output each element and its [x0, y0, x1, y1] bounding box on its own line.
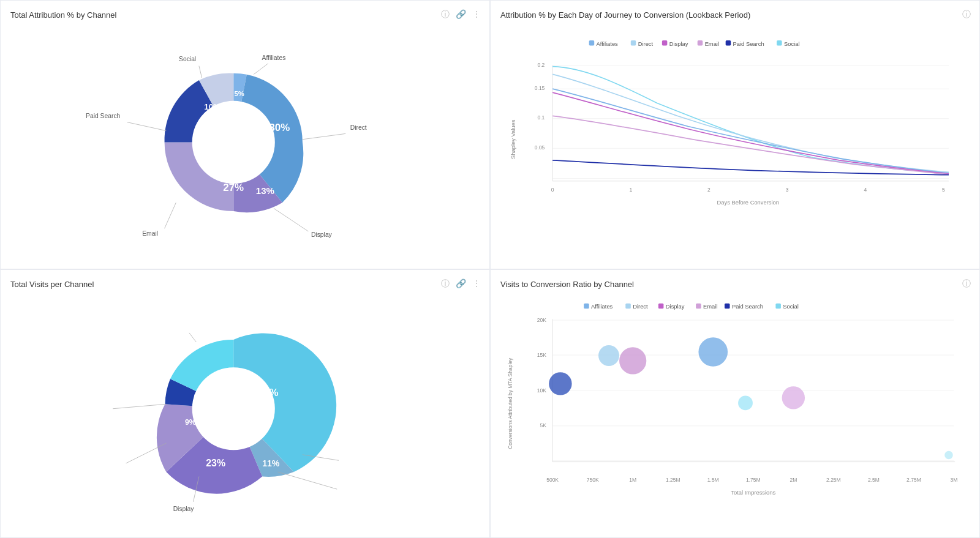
panel-icons-br: ⓘ	[962, 278, 971, 290]
by-5k: 5K	[540, 422, 546, 428]
panel-icons-bl: ⓘ 🔗 ⋮	[441, 278, 481, 290]
vext-display: Display	[173, 505, 195, 512]
x-axis-title: Days Before Conversion	[717, 200, 779, 206]
more-icon[interactable]: ⋮	[472, 9, 481, 20]
label-email: 27%	[223, 182, 244, 193]
legend-display-rect	[662, 40, 668, 46]
line-chart-area: Affiliates Direct Display Email Paid Sea…	[500, 24, 970, 255]
more-icon-bl[interactable]: ⋮	[472, 278, 481, 290]
attribution-donut-area: 30% 16% 27% 13% 5% 10% Affiliates Direct…	[10, 24, 480, 255]
ext-label-direct: Direct	[350, 124, 367, 131]
vlabel-paid: 6%	[194, 392, 204, 399]
svg-line-2	[274, 208, 308, 231]
svg-line-5	[199, 66, 202, 78]
vlabel-direct: 11%	[262, 458, 280, 468]
svg-rect-22	[696, 303, 701, 308]
x-label-1: 1	[629, 187, 632, 193]
ext-label-affiliates: Affiliates	[262, 54, 286, 61]
bx-500k: 500K	[546, 476, 559, 482]
line-paid-search	[552, 160, 949, 175]
x-label-2: 2	[707, 187, 710, 193]
svg-line-4	[127, 122, 167, 131]
bx-2.5m: 2.5M	[868, 476, 880, 482]
legend-social-label: Social	[784, 41, 800, 47]
x-label-3: 3	[786, 187, 789, 193]
bleg-affiliates: Affiliates	[591, 304, 613, 310]
panel-icons-tr: ⓘ	[962, 9, 971, 20]
ext-label-email: Email	[142, 230, 158, 237]
svg-line-1	[303, 133, 345, 139]
legend-display-label: Display	[669, 41, 688, 47]
info-icon[interactable]: ⓘ	[441, 9, 450, 20]
y-label-0.1: 0.1	[538, 114, 545, 121]
panel-title-conversion: Visits to Conversion Ratio by Channel	[500, 280, 970, 289]
svg-line-0	[254, 64, 268, 75]
bubble-email	[782, 386, 805, 409]
vlabel-email: 9%	[185, 418, 196, 427]
bubble-social-tiny	[944, 450, 953, 459]
line-social	[552, 67, 949, 173]
ext-label-paid-search: Paid Search	[86, 113, 120, 119]
label-paid-search: 16%	[223, 136, 244, 148]
bx-1m: 1M	[629, 476, 636, 482]
bubble-paid-search	[549, 372, 571, 395]
x-label-5: 5	[942, 187, 945, 193]
panel-attribution-channel: Total Attribution % by Channel ⓘ 🔗 ⋮	[0, 0, 490, 269]
bx-750k: 750K	[587, 476, 599, 482]
y-label-0.15: 0.15	[535, 85, 545, 91]
vlabel-affiliates: 34%	[258, 387, 279, 398]
bx-2m: 2M	[790, 476, 797, 482]
attribution-donut-svg: 30% 16% 27% 13% 5% 10% Affiliates Direct…	[10, 24, 480, 255]
label-direct: 30%	[269, 122, 290, 133]
bleg-direct: Direct	[633, 304, 648, 310]
svg-rect-20	[625, 303, 631, 308]
panel-visits-channel: Total Visits per Channel ⓘ 🔗 ⋮	[0, 269, 490, 539]
label-affiliates: 5%	[234, 90, 244, 97]
bx-axis-title: Total Impressions	[731, 490, 775, 496]
legend-affiliates-label: Affiliates	[597, 41, 619, 47]
svg-line-18	[189, 332, 196, 342]
panel-title-attribution-day: Attribution % by Each Day of Journey to …	[500, 10, 970, 20]
x-label-0: 0	[551, 187, 554, 193]
info-icon-br[interactable]: ⓘ	[962, 278, 971, 290]
info-icon-bl[interactable]: ⓘ	[441, 278, 450, 290]
by-axis-title: Conversions Attributed by MTA Shapley	[507, 357, 513, 449]
legend-email-label: Email	[705, 41, 719, 47]
legend-email-rect	[698, 40, 703, 46]
svg-line-3	[165, 203, 176, 228]
bubble-chart-area: Affiliates Direct Display Email Paid Sea…	[500, 294, 970, 524]
info-icon-tr[interactable]: ⓘ	[962, 9, 971, 20]
link-icon[interactable]: 🔗	[456, 9, 466, 20]
by-20k: 20K	[537, 317, 546, 323]
vlabel-display: 23%	[206, 457, 225, 468]
link-icon-bl[interactable]: 🔗	[456, 278, 466, 290]
legend-affiliates-rect	[589, 40, 595, 46]
legend-paid-rect	[726, 40, 731, 46]
visits-donut-area: 34% 17% 23% 11% 9% 6% Affiliates Direct …	[10, 294, 480, 524]
bubble-affiliates	[698, 337, 728, 367]
bleg-email: Email	[703, 304, 717, 310]
bx-1.5m: 1.5M	[707, 476, 719, 482]
by-10k: 10K	[537, 387, 546, 393]
label-display: 13%	[256, 185, 274, 196]
y-label-0.05: 0.05	[535, 144, 545, 151]
by-15k: 15K	[537, 352, 546, 358]
panel-title-visits: Total Visits per Channel	[10, 280, 480, 289]
line-affiliates	[552, 89, 949, 173]
svg-line-17	[113, 404, 166, 409]
donut-hole-v	[192, 367, 275, 450]
svg-line-14	[278, 472, 337, 489]
dashboard: Total Attribution % by Channel ⓘ 🔗 ⋮	[0, 0, 980, 538]
legend-paid-label: Paid Search	[733, 41, 764, 47]
bx-2.25m: 2.25M	[826, 476, 841, 482]
bubble-direct	[598, 345, 619, 365]
bleg-social: Social	[783, 304, 799, 310]
label-social: 10%	[204, 102, 221, 111]
x-label-4: 4	[864, 187, 867, 193]
bleg-paid: Paid Search	[732, 304, 763, 310]
visits-donut-svg: 34% 17% 23% 11% 9% 6% Affiliates Direct …	[10, 294, 480, 524]
legend-direct-rect	[631, 40, 636, 46]
bx-1.25m: 1.25M	[666, 476, 680, 482]
bubble-chart-svg: Affiliates Direct Display Email Paid Sea…	[500, 294, 970, 524]
bx-3m: 3M	[951, 476, 958, 482]
